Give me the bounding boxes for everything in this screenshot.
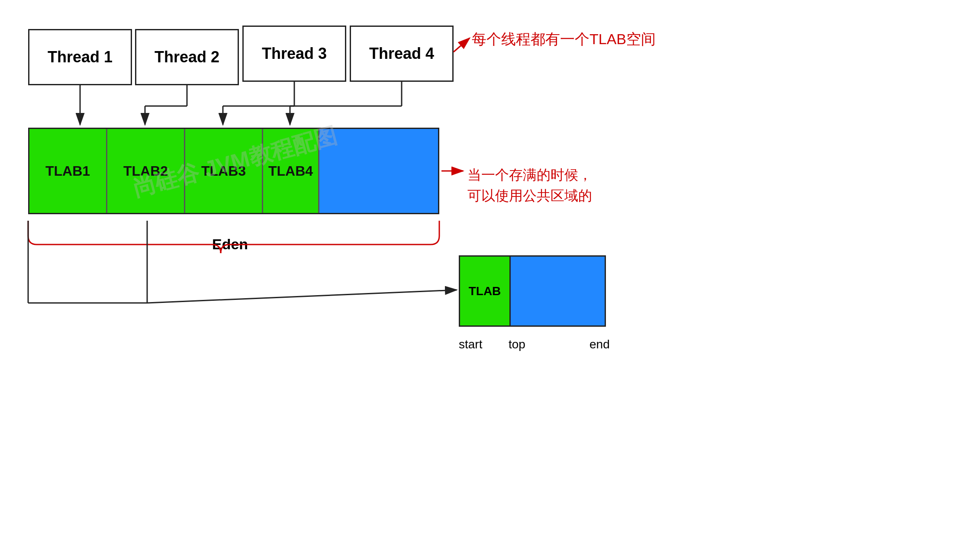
tlab-detail-blue: [511, 255, 606, 327]
eden-bar: TLAB1 TLAB2 TLAB3 TLAB4: [28, 128, 439, 214]
annotation1: 每个线程都有一个TLAB空间: [472, 29, 656, 49]
thread3-label: Thread 3: [262, 45, 327, 63]
tlab2-segment: TLAB2: [107, 129, 185, 213]
tlab1-segment: TLAB1: [29, 129, 107, 213]
tlab3-label: TLAB3: [201, 163, 246, 179]
thread1-box: Thread 1: [28, 29, 132, 85]
svg-line-17: [147, 290, 457, 303]
thread4-label: Thread 4: [369, 45, 434, 63]
tlab-detail-label: TLAB: [469, 284, 501, 298]
eden-label: Eden: [212, 236, 248, 253]
diagram-container: Thread 1 Thread 2 Thread 3 Thread 4 TLAB…: [0, 0, 979, 560]
thread3-box: Thread 3: [242, 26, 346, 82]
start-label: start: [459, 338, 482, 351]
thread2-label: Thread 2: [155, 48, 219, 66]
annotation1-text: 每个线程都有一个TLAB空间: [472, 31, 656, 47]
tlab4-label: TLAB4: [268, 163, 313, 179]
annotation2-line2: 可以使用公共区域的: [467, 185, 592, 206]
eden-text: Eden: [212, 236, 248, 252]
tlab3-segment: TLAB3: [185, 129, 263, 213]
thread2-box: Thread 2: [135, 29, 239, 85]
top-label: top: [509, 338, 525, 351]
tlab4-segment: TLAB4: [263, 129, 319, 213]
annotation2: 当一个存满的时候， 可以使用公共区域的: [467, 164, 592, 206]
top-text: top: [509, 338, 525, 351]
thread4-box: Thread 4: [350, 26, 454, 82]
annotation2-line1: 当一个存满的时候，: [467, 164, 592, 185]
svg-line-12: [454, 38, 470, 52]
tlab2-label: TLAB2: [123, 163, 168, 179]
thread1-label: Thread 1: [48, 48, 113, 66]
end-text: end: [589, 338, 610, 351]
tlab-detail-box: TLAB: [459, 255, 606, 327]
end-label: end: [589, 338, 610, 351]
start-text: start: [459, 338, 482, 351]
tlab1-label: TLAB1: [45, 163, 90, 179]
public-area-segment: [319, 129, 438, 213]
tlab-detail-green: TLAB: [459, 255, 511, 327]
